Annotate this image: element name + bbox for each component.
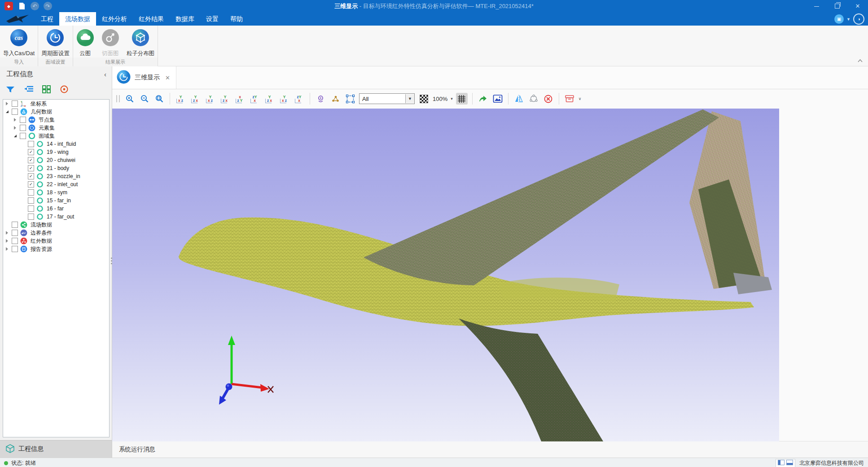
iso-view-1-icon[interactable]: Yzx: [263, 93, 276, 105]
chevron-down-icon[interactable]: ▾: [451, 96, 453, 101]
menu-item-infrared-results[interactable]: 红外结果: [133, 12, 170, 26]
zoom-fit-icon[interactable]: [153, 93, 165, 105]
panel-layout-icon[interactable]: ▣: [834, 14, 844, 24]
layout-bottom-icon[interactable]: [786, 460, 793, 467]
clear-icon[interactable]: [543, 93, 554, 105]
menu-item-help[interactable]: 帮助: [224, 12, 249, 26]
close-button[interactable]: ✕: [847, 0, 868, 12]
view-bottom-icon[interactable]: Yxz: [175, 93, 187, 105]
tree-item[interactable]: 几何数据: [3, 108, 109, 116]
expander-collapsed-icon[interactable]: [6, 239, 8, 243]
zoom-in-icon[interactable]: [124, 93, 136, 105]
visibility-checkbox[interactable]: [12, 246, 18, 252]
expander-expanded-icon[interactable]: [14, 135, 17, 137]
visibility-checkbox[interactable]: [28, 205, 34, 212]
probe-pin-icon[interactable]: [315, 93, 326, 105]
tree-item[interactable]: 17 - far_out: [3, 213, 109, 221]
view-top-icon[interactable]: Yzx: [189, 93, 202, 105]
visibility-checkbox[interactable]: [28, 197, 34, 204]
tree-item[interactable]: Yzx坐标系: [3, 100, 109, 108]
visibility-checkbox[interactable]: [12, 109, 18, 115]
mirror-icon[interactable]: [513, 93, 525, 105]
box-select-icon[interactable]: [344, 93, 356, 105]
viewport-3d-canvas[interactable]: [112, 109, 868, 441]
tree-item[interactable]: 红外数据: [3, 237, 109, 245]
tree-item[interactable]: 边界条件: [3, 229, 109, 237]
visibility-checkbox[interactable]: ✓: [28, 149, 34, 155]
ribbon-collapse-chevron-up-icon[interactable]: [858, 56, 863, 64]
visibility-checkbox[interactable]: [28, 141, 34, 147]
halftone-icon[interactable]: [418, 93, 430, 105]
visibility-checkbox[interactable]: ✓: [28, 157, 34, 163]
expander-collapsed-icon[interactable]: [6, 102, 8, 105]
visibility-checkbox[interactable]: [20, 117, 26, 123]
iso-view-3-icon[interactable]: zYx: [293, 93, 305, 105]
visibility-checkbox[interactable]: [20, 133, 26, 139]
grid-toggle-icon[interactable]: [456, 93, 468, 105]
tree-item[interactable]: 节点集: [3, 116, 109, 124]
view-right-icon[interactable]: Yzx: [219, 93, 231, 105]
visibility-checkbox[interactable]: [12, 238, 18, 244]
tree-item[interactable]: ✓22 - inlet_out: [3, 180, 109, 188]
zoom-level-value[interactable]: 100%: [433, 96, 447, 102]
molecule-icon[interactable]: [329, 93, 341, 105]
tree-item[interactable]: ✓23 - nozzle_in: [3, 172, 109, 180]
outline-list-icon[interactable]: [24, 85, 34, 95]
toolbar-drag-handle[interactable]: [116, 95, 120, 102]
tree-item[interactable]: 18 - sym: [3, 188, 109, 196]
surface-smooth-icon[interactable]: [528, 93, 539, 105]
ribbon-button-particle-distribution[interactable]: 粒子分布图: [123, 28, 158, 57]
iso-view-2-icon[interactable]: Yxz: [278, 93, 290, 105]
export-arrow-icon[interactable]: [477, 93, 489, 105]
expander-collapsed-icon[interactable]: [6, 231, 8, 235]
app-logo-icon[interactable]: ◆: [4, 2, 13, 10]
tree-item[interactable]: 流场数据: [3, 221, 109, 229]
minimize-button[interactable]: [806, 0, 827, 12]
menu-item-flowfield-data[interactable]: 流场数据: [59, 12, 96, 26]
tab-3d-view[interactable]: 三维显示 ✕: [112, 66, 176, 89]
undo-icon[interactable]: ↶: [31, 2, 39, 10]
ribbon-button-cas-import[interactable]: cas导入Cas/Dat: [0, 28, 38, 57]
expander-expanded-icon[interactable]: [6, 110, 9, 113]
menu-item-infrared-analysis[interactable]: 红外分析: [96, 12, 133, 26]
snapshot-icon[interactable]: [492, 93, 504, 105]
menu-item-database[interactable]: 数据库: [170, 12, 200, 26]
tree-item[interactable]: 15 - far_in: [3, 196, 109, 205]
expander-collapsed-icon[interactable]: [14, 118, 16, 122]
new-file-icon[interactable]: [18, 2, 26, 10]
close-icon[interactable]: ✕: [165, 74, 170, 81]
tree-item[interactable]: 元素集: [3, 124, 109, 132]
save-view-icon[interactable]: [564, 93, 575, 105]
visibility-checkbox[interactable]: [20, 125, 26, 131]
tree-item[interactable]: 14 - int_fluid: [3, 140, 109, 148]
restore-button[interactable]: [827, 0, 847, 12]
layout-left-icon[interactable]: [778, 460, 785, 467]
expander-collapsed-icon[interactable]: [6, 247, 8, 251]
chevron-down-icon[interactable]: ▼: [405, 94, 414, 103]
ribbon-button-periodic-surface[interactable]: 周期面设置: [38, 28, 73, 57]
menu-item-settings[interactable]: 设置: [200, 12, 224, 26]
view-left-icon[interactable]: Yxz: [204, 93, 216, 105]
project-info-dock-button[interactable]: 工程信息: [0, 440, 112, 458]
visibility-checkbox[interactable]: ✓: [28, 173, 34, 179]
view-front-icon[interactable]: xzY: [234, 93, 246, 105]
theme-toggle-icon[interactable]: ◑: [853, 13, 864, 25]
menu-item-engineering[interactable]: 工程: [35, 12, 59, 26]
visibility-checkbox[interactable]: [12, 100, 18, 107]
visibility-checkbox[interactable]: ✓: [28, 165, 34, 171]
module-grid-icon[interactable]: [42, 85, 51, 95]
visibility-checkbox[interactable]: [28, 189, 34, 196]
visibility-checkbox[interactable]: ✓: [28, 181, 34, 188]
redo-icon[interactable]: ↷: [44, 2, 52, 10]
tree-item[interactable]: ✓20 - chuiwei: [3, 156, 109, 164]
chevron-down-icon[interactable]: ▼: [846, 17, 850, 22]
filter-icon[interactable]: [5, 85, 15, 95]
visibility-checkbox[interactable]: [28, 214, 34, 220]
visibility-checkbox[interactable]: [12, 230, 18, 236]
tree-item[interactable]: 面域集: [3, 132, 109, 140]
locate-icon[interactable]: [60, 85, 69, 96]
zoom-out-icon[interactable]: [139, 93, 150, 105]
region-filter-select[interactable]: All ▼: [359, 93, 415, 104]
tree-item[interactable]: ✓21 - body: [3, 164, 109, 172]
tree-item[interactable]: 16 - far: [3, 205, 109, 213]
